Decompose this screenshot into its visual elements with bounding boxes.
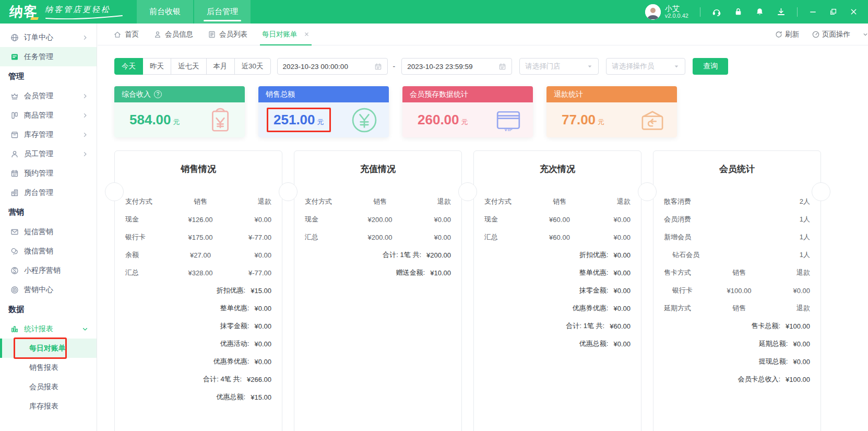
panel-summary-row: 赠送金额:¥10.00 <box>294 264 461 282</box>
sidebar-subitem[interactable]: 会员报表 <box>0 377 97 397</box>
calendar-icon <box>498 63 506 71</box>
date-separator: - <box>393 62 396 71</box>
stat-card-title: 退款统计 <box>546 86 677 102</box>
sidebar-item[interactable]: 微信营销 <box>0 241 97 261</box>
panel: 充值情况支付方式销售退款现金¥200.00¥0.00汇总¥200.00¥0.00… <box>294 150 462 431</box>
panel-row: 汇总¥60.00¥0.00 <box>474 228 641 246</box>
tab[interactable]: 首页 <box>113 24 139 45</box>
stat-card-title: 会员预存数据统计 <box>402 86 533 102</box>
tabbar-tabs: 首页会员信息会员列表每日对账单 <box>113 24 324 45</box>
tabbar: 首页会员信息会员列表每日对账单 刷新页面操作 <box>98 24 868 45</box>
panel-summary-row: 折扣优惠:¥15.00 <box>115 282 282 299</box>
topbar-nav-tab[interactable]: 后台管理 <box>194 0 251 24</box>
panel-row: 汇总¥200.00¥0.00 <box>294 228 461 246</box>
help-icon[interactable]: ? <box>154 90 162 98</box>
date-from-input[interactable]: 2023-10-23 00:00:00 <box>277 58 388 75</box>
sidebar-subitem[interactable]: 库存报表 <box>0 397 97 416</box>
sidebar-item[interactable]: 会员管理 <box>0 86 97 106</box>
sidebar-item[interactable]: 商品管理 <box>0 106 97 125</box>
refresh-icon <box>775 30 783 39</box>
panel-summary-row: 抹零金额:¥0.00 <box>115 317 282 335</box>
gauge-icon <box>812 30 820 39</box>
quick-range-button[interactable]: 近七天 <box>171 58 207 75</box>
sidebar-item[interactable]: 任务管理 <box>0 47 97 66</box>
panel-notch <box>458 182 477 201</box>
quick-range-button[interactable]: 今天 <box>114 58 143 75</box>
panel-row: 新增会员1人 <box>653 228 821 246</box>
panel-row: 延期方式销售退款 <box>653 299 821 317</box>
panel-row: 现金¥200.00¥0.00 <box>294 211 461 228</box>
sidebar-item[interactable]: 预约管理 <box>0 164 97 183</box>
building-icon <box>10 189 19 197</box>
date-to-input[interactable]: 2023-10-23 23:59:59 <box>401 58 512 75</box>
chevron-right-icon <box>82 93 88 99</box>
minimize-button[interactable] <box>809 8 817 16</box>
close-icon[interactable] <box>304 31 310 37</box>
tab[interactable]: 会员列表 <box>208 24 247 45</box>
download-button[interactable] <box>777 7 786 16</box>
operator-select[interactable]: 请选择操作员 <box>606 58 685 75</box>
panel-notch <box>812 182 830 201</box>
panel-row: 现金¥126.00¥0.00 <box>115 211 282 228</box>
sidebar-item[interactable]: 统计报表 <box>0 319 97 339</box>
stat-value: 584.00元 <box>123 108 187 132</box>
maximize-button[interactable] <box>829 8 837 16</box>
sidebar-item[interactable]: 订单中心 <box>0 28 97 47</box>
stat-card: 会员预存数据统计260.00元VIP <box>402 86 533 137</box>
minimize-icon <box>809 8 817 16</box>
sidebar-item[interactable]: 库存管理 <box>0 125 97 144</box>
refresh-action[interactable]: 刷新 <box>775 30 799 39</box>
list-icon <box>208 30 216 39</box>
sidebar-subitem[interactable]: 每日对账单 <box>0 339 97 358</box>
panel-summary-row: 优惠总额:¥15.00 <box>115 388 282 406</box>
sidebar-item[interactable]: 营销中心 <box>0 280 97 299</box>
panel-row: 支付方式销售退款 <box>474 193 641 211</box>
sidebar-section: 营销 <box>0 202 97 222</box>
sidebar-menu: 订单中心任务管理管理会员管理商品管理库存管理员工管理预约管理房台管理营销短信营销… <box>0 28 97 416</box>
lock-button[interactable] <box>734 7 743 16</box>
stat-card: 综合收入?584.00元 <box>114 86 245 137</box>
search-button[interactable]: 查询 <box>693 58 728 75</box>
sidebar-item[interactable]: 员工管理 <box>0 144 97 164</box>
tabbar-actions: 刷新页面操作 <box>775 30 868 39</box>
tab[interactable]: 每日对账单 <box>262 24 310 45</box>
annotation-box <box>14 337 67 359</box>
tab[interactable]: 会员信息 <box>153 24 193 45</box>
panel-row: 售卡方式销售退款 <box>653 264 821 282</box>
gauge-action[interactable]: 页面操作 <box>812 30 850 39</box>
panel-row: 银行卡¥175.00¥-77.00 <box>115 228 282 246</box>
topbar-nav-tab[interactable]: 前台收银 <box>137 0 193 24</box>
chevron-right-icon <box>82 151 88 157</box>
quick-range-button[interactable]: 近30天 <box>234 58 271 75</box>
headset-button[interactable] <box>712 7 721 17</box>
divider <box>797 7 798 17</box>
user-block[interactable]: 小艾 v2.0.0.42 <box>645 4 688 20</box>
sidebar: 订单中心任务管理管理会员管理商品管理库存管理员工管理预约管理房台管理营销短信营销… <box>0 24 97 431</box>
sidebar-item[interactable]: 小程序营销 <box>0 261 97 280</box>
mail-icon <box>10 228 19 236</box>
store-select[interactable]: 请选择门店 <box>519 58 599 75</box>
panel-row: 支付方式销售退款 <box>115 193 282 211</box>
quick-range-button[interactable]: 昨天 <box>142 58 171 75</box>
close-icon <box>850 8 858 16</box>
summary-panels: 销售情况支付方式销售退款现金¥126.00¥0.00银行卡¥175.00¥-77… <box>114 150 868 431</box>
bell-button[interactable] <box>755 7 764 16</box>
sidebar-subitem[interactable]: 销售报表 <box>0 358 97 377</box>
app-version: v2.0.0.42 <box>665 13 688 19</box>
quick-range-button[interactable]: 本月 <box>206 58 235 75</box>
sidebar-item[interactable]: 短信营销 <box>0 222 97 241</box>
target-icon <box>10 286 19 294</box>
brand-tagline: 纳客管店更轻松 <box>45 5 123 19</box>
circle-yen-icon <box>350 106 378 134</box>
brand: 纳客 纳客管店更轻松 <box>0 3 123 21</box>
chevron-right-icon <box>82 34 88 41</box>
vip-card-icon: VIP <box>494 106 522 134</box>
chevron-down-icon <box>587 63 593 69</box>
panel-row: 汇总¥328.00¥-77.00 <box>115 264 282 282</box>
headset-icon <box>712 7 721 17</box>
maximize-icon <box>829 8 837 16</box>
panel-title: 会员统计 <box>653 151 821 175</box>
more-icon[interactable] <box>863 31 868 38</box>
close-button[interactable] <box>850 8 858 16</box>
sidebar-item[interactable]: 房台管理 <box>0 183 97 202</box>
